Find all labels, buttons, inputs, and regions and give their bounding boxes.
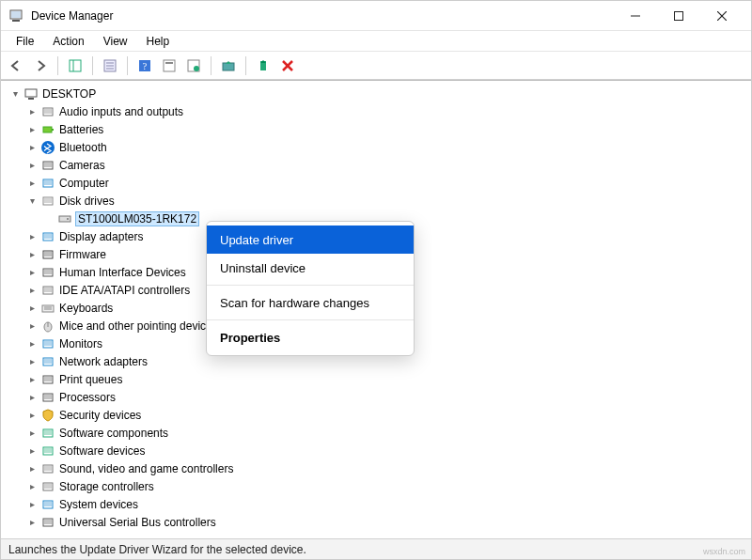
toolbar-separator	[127, 56, 128, 75]
tree-category[interactable]: ▸Computer	[8, 174, 751, 192]
uninstall-device-button[interactable]	[276, 54, 299, 77]
category-label: Audio inputs and outputs	[59, 105, 183, 118]
category-icon	[40, 122, 55, 137]
svg-point-18	[194, 66, 199, 71]
context-separator	[207, 285, 414, 286]
tree-category[interactable]: ▸Cameras	[8, 156, 751, 174]
svg-rect-35	[44, 198, 52, 203]
close-button[interactable]	[700, 1, 744, 31]
tree-category[interactable]: ▸Batteries	[8, 120, 751, 138]
expander-closed-icon[interactable]: ▸	[25, 230, 39, 243]
expander-closed-icon[interactable]: ▸	[25, 105, 39, 118]
category-icon	[40, 336, 55, 351]
tree-root[interactable]: ▾ DESKTOP	[8, 85, 751, 102]
expander-closed-icon[interactable]: ▸	[25, 337, 39, 350]
forward-button[interactable]	[29, 54, 52, 77]
tree-category[interactable]: ▸Storage controllers	[8, 477, 751, 495]
svg-rect-60	[44, 430, 52, 435]
menu-help[interactable]: Help	[137, 33, 180, 50]
svg-rect-56	[44, 377, 52, 381]
expander-closed-icon[interactable]: ▸	[25, 159, 39, 172]
expander-closed-icon[interactable]: ▸	[25, 248, 39, 261]
minimize-button[interactable]	[614, 1, 657, 31]
svg-text:?: ?	[143, 61, 148, 71]
expander-closed-icon[interactable]: ▸	[25, 266, 39, 279]
maximize-button[interactable]	[657, 1, 700, 31]
root-label: DESKTOP	[42, 87, 96, 101]
svg-rect-70	[44, 520, 52, 524]
svg-rect-41	[44, 252, 52, 257]
category-label: Processors	[59, 391, 116, 404]
expander-open-icon[interactable]: ▾	[25, 194, 39, 208]
toolbar: ?	[1, 52, 751, 80]
category-icon	[40, 426, 55, 441]
tree-category[interactable]: ▸Print queues	[8, 370, 751, 388]
tree-category[interactable]: ▸Software components	[8, 424, 751, 442]
expander-closed-icon[interactable]: ▸	[25, 355, 39, 368]
expander-closed-icon[interactable]: ▸	[25, 319, 39, 333]
tree-category[interactable]: ▸Software devices	[8, 442, 751, 459]
expander-closed-icon[interactable]: ▸	[25, 302, 39, 315]
category-icon	[40, 158, 55, 173]
update-driver-button[interactable]	[217, 54, 240, 77]
context-uninstall-device[interactable]: Uninstall device	[207, 254, 414, 282]
expander-closed-icon[interactable]: ▸	[25, 462, 39, 475]
expander-closed-icon[interactable]: ▸	[25, 123, 39, 136]
show-hide-tree-button[interactable]	[64, 54, 86, 77]
svg-rect-58	[44, 395, 52, 399]
app-icon	[8, 8, 24, 23]
expander-closed-icon[interactable]: ▸	[25, 444, 39, 458]
expander-open-icon[interactable]: ▾	[8, 87, 22, 101]
expander-closed-icon[interactable]: ▸	[25, 373, 39, 386]
category-label: Bluetooth	[59, 141, 107, 154]
category-label: Security devices	[59, 409, 141, 422]
expander-closed-icon[interactable]: ▸	[25, 480, 39, 493]
action-button[interactable]	[158, 54, 180, 77]
tree-category[interactable]: ▸Universal Serial Bus controllers	[8, 513, 751, 531]
refresh-button[interactable]	[182, 54, 205, 77]
tree-category[interactable]: ▸Processors	[8, 388, 751, 406]
expander-closed-icon[interactable]: ▸	[25, 427, 39, 440]
category-label: Computer	[59, 177, 109, 190]
tree-category[interactable]: ▸System devices	[8, 495, 751, 513]
context-update-driver[interactable]: Update driver	[207, 226, 414, 254]
tree-category[interactable]: ▸Sound, video and game controllers	[8, 459, 751, 477]
expander-closed-icon[interactable]: ▸	[25, 141, 39, 154]
expander-closed-icon[interactable]: ▸	[25, 177, 39, 190]
menu-view[interactable]: View	[94, 33, 137, 50]
context-scan-hardware[interactable]: Scan for hardware changes	[207, 288, 414, 317]
menu-action[interactable]: Action	[43, 33, 93, 50]
context-properties[interactable]: Properties	[207, 323, 414, 351]
svg-rect-26	[44, 109, 52, 114]
category-label: IDE ATA/ATAPI controllers	[59, 284, 190, 297]
menu-file[interactable]: File	[7, 33, 43, 50]
properties-button[interactable]	[99, 54, 121, 77]
svg-rect-52	[44, 341, 52, 346]
category-icon	[40, 390, 55, 405]
expander-closed-icon[interactable]: ▸	[25, 409, 39, 422]
expander-closed-icon[interactable]: ▸	[25, 284, 39, 297]
title-bar: Device Manager	[1, 1, 751, 31]
tree-category[interactable]: ▾Disk drives	[8, 192, 751, 210]
svg-rect-68	[44, 502, 52, 506]
category-icon	[40, 229, 55, 244]
svg-rect-24	[28, 98, 34, 100]
status-bar: Launches the Update Driver Wizard for th…	[1, 538, 751, 559]
category-icon	[40, 479, 55, 494]
svg-rect-23	[25, 89, 37, 97]
category-label: Batteries	[59, 123, 103, 136]
tree-category[interactable]: ▸Bluetooth	[8, 138, 751, 156]
computer-icon	[24, 86, 39, 101]
enable-device-button[interactable]	[252, 54, 274, 77]
help-button[interactable]: ?	[133, 54, 156, 77]
context-properties-label: Properties	[220, 331, 280, 345]
expander-closed-icon[interactable]: ▸	[25, 498, 39, 511]
expander-closed-icon[interactable]: ▸	[25, 391, 39, 404]
back-button[interactable]	[5, 54, 27, 77]
category-label: Print queues	[59, 373, 122, 386]
toolbar-separator	[57, 56, 58, 75]
expander-closed-icon[interactable]: ▸	[25, 516, 39, 529]
svg-rect-62	[44, 448, 52, 453]
tree-category[interactable]: ▸Security devices	[8, 406, 751, 424]
tree-category[interactable]: ▸Audio inputs and outputs	[8, 102, 751, 120]
